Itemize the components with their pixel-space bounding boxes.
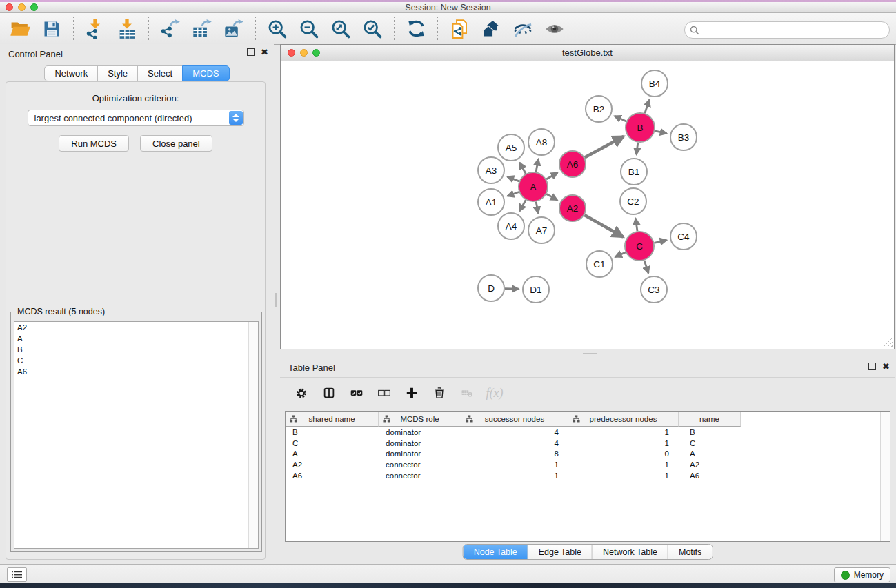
edge-C-C4[interactable]	[655, 240, 667, 243]
edge-D-D1[interactable]	[505, 289, 519, 290]
edge-C-C3[interactable]	[644, 261, 648, 273]
mcds-result-list[interactable]: A2ABCA6	[14, 321, 259, 549]
table-settings-button[interactable]	[291, 381, 312, 405]
home-view-button[interactable]	[479, 16, 504, 42]
result-item[interactable]: C	[14, 355, 258, 366]
zoom-in-button[interactable]	[265, 16, 290, 42]
network-canvas[interactable]: B4B2BB3A5A8A6A3B1AA1C2A2A4A7CC4C1C3DD1	[281, 61, 894, 349]
edge-A-A1[interactable]	[508, 192, 519, 196]
node-B2[interactable]: B2	[586, 96, 612, 122]
column-header-shared-name[interactable]: shared name	[286, 412, 379, 427]
run-mcds-button[interactable]: Run MCDS	[59, 135, 129, 152]
network-window-titlebar[interactable]: testGlobe.txt	[281, 45, 894, 61]
result-item[interactable]: B	[14, 344, 258, 355]
export-image-button[interactable]	[221, 16, 246, 42]
column-header-successor-nodes[interactable]: successor nodes	[461, 412, 568, 427]
delete-columns-button[interactable]	[429, 381, 450, 405]
edge-A-A8[interactable]	[536, 159, 539, 172]
search-input[interactable]	[702, 23, 889, 37]
open-session-button[interactable]	[8, 16, 32, 42]
criterion-select[interactable]: largest connected component (directed)	[28, 110, 244, 126]
table-row[interactable]: Adominator80A	[286, 449, 890, 460]
node-D1[interactable]: D1	[523, 276, 549, 303]
show-all-button[interactable]	[542, 16, 567, 42]
tab-mcds[interactable]: MCDS	[182, 65, 229, 81]
node-C1[interactable]: C1	[586, 251, 613, 277]
edge-B-B1[interactable]	[637, 143, 638, 154]
edge-A-A4[interactable]	[519, 200, 526, 211]
edge-A-A3[interactable]	[507, 176, 519, 181]
edge-A-A2[interactable]	[546, 194, 557, 201]
tab-select[interactable]: Select	[137, 65, 183, 81]
tab-network-table[interactable]: Network Table	[593, 545, 668, 559]
refresh-view-button[interactable]	[404, 16, 428, 42]
column-header-name[interactable]: name	[679, 412, 741, 427]
table-row[interactable]: Cdominator41C	[286, 438, 890, 449]
import-table-button[interactable]	[115, 16, 139, 42]
node-A3[interactable]: A3	[478, 157, 504, 183]
node-B3[interactable]: B3	[670, 124, 697, 150]
result-scrollbar[interactable]	[248, 322, 258, 548]
select-all-checks-button[interactable]	[346, 381, 367, 405]
close-panel-icon[interactable]: ✖	[261, 48, 268, 56]
node-A2[interactable]: A2	[559, 195, 586, 221]
edge-A-A7[interactable]	[536, 202, 538, 214]
edge-A6-B[interactable]	[585, 136, 624, 158]
memory-button[interactable]: Memory	[834, 567, 890, 582]
table-scrollbar[interactable]	[880, 412, 890, 541]
node-C4[interactable]: C4	[670, 223, 697, 250]
edge-C-C2[interactable]	[635, 219, 637, 231]
tab-motifs[interactable]: Motifs	[668, 545, 712, 559]
edge-B-B4[interactable]	[645, 100, 649, 113]
edge-B-B3[interactable]	[655, 131, 667, 134]
tab-edge-table[interactable]: Edge Table	[528, 545, 593, 559]
node-C2[interactable]: C2	[620, 188, 646, 214]
result-item[interactable]: A6	[14, 366, 258, 377]
node-B4[interactable]: B4	[641, 70, 668, 97]
table-row[interactable]: Bdominator41B	[286, 427, 890, 438]
node-B1[interactable]: B1	[621, 159, 647, 185]
import-network-button[interactable]	[83, 16, 108, 42]
result-item[interactable]: A	[14, 333, 258, 344]
app-titlebar[interactable]: Session: New Session	[0, 2, 896, 13]
hide-selected-button[interactable]	[510, 16, 535, 42]
node-D[interactable]: D	[478, 275, 504, 301]
float-panel-icon[interactable]	[247, 48, 255, 56]
tab-style[interactable]: Style	[97, 65, 138, 81]
node-C3[interactable]: C3	[641, 276, 667, 303]
close-panel-button[interactable]: Close panel	[140, 135, 212, 152]
node-A6[interactable]: A6	[559, 151, 586, 177]
column-header-mcds-role[interactable]: MCDS role	[379, 412, 461, 427]
task-history-button[interactable]	[7, 567, 27, 582]
node-A[interactable]: A	[519, 172, 548, 201]
table-row[interactable]: A6connector11A6	[286, 470, 890, 481]
node-A4[interactable]: A4	[498, 213, 524, 239]
node-A7[interactable]: A7	[528, 217, 555, 243]
clear-all-checks-button[interactable]	[374, 381, 395, 405]
zoom-out-button[interactable]	[297, 16, 321, 42]
export-table-button[interactable]	[190, 16, 215, 42]
edge-C-C1[interactable]	[615, 252, 626, 257]
node-B[interactable]: B	[626, 113, 655, 142]
save-session-button[interactable]	[39, 16, 64, 42]
edge-A2-C[interactable]	[584, 215, 623, 237]
duplicate-network-button[interactable]	[447, 16, 472, 42]
export-network-button[interactable]	[158, 16, 183, 42]
zoom-selected-button[interactable]	[360, 16, 385, 42]
split-panel-button[interactable]	[319, 381, 339, 405]
edge-A-A6[interactable]	[546, 173, 557, 180]
result-item[interactable]: A2	[14, 322, 258, 333]
edge-A-A5[interactable]	[519, 163, 526, 174]
close-table-panel-icon[interactable]: ✖	[882, 363, 890, 370]
tab-network[interactable]: Network	[44, 65, 98, 81]
node-A8[interactable]: A8	[528, 129, 555, 155]
table-row[interactable]: A2connector11A2	[286, 459, 890, 470]
zoom-fit-button[interactable]	[328, 16, 353, 42]
search-field[interactable]	[684, 21, 890, 39]
add-column-button[interactable]	[401, 381, 422, 405]
node-C[interactable]: C	[625, 232, 654, 261]
column-header-predecessor-nodes[interactable]: predecessor nodes	[568, 412, 679, 427]
node-A1[interactable]: A1	[478, 189, 504, 215]
float-table-panel-icon[interactable]	[868, 363, 876, 370]
tab-node-table[interactable]: Node Table	[464, 545, 528, 559]
